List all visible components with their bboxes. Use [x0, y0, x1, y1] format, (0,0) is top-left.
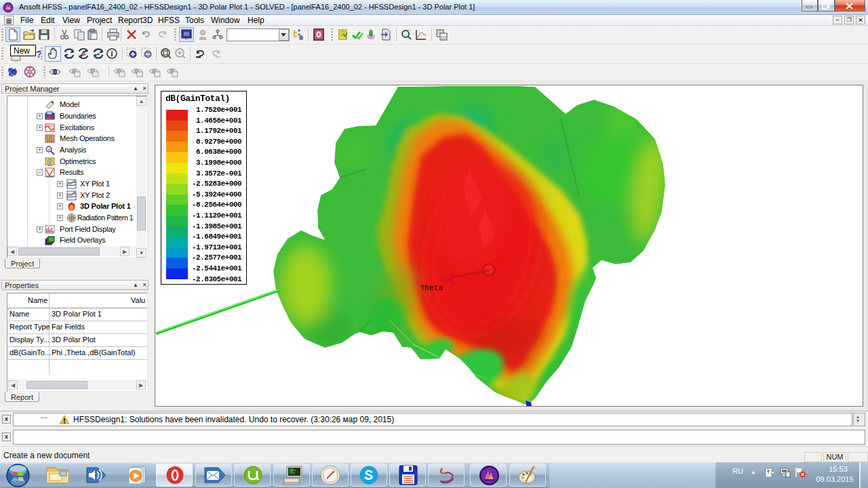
svg-text:Theta: Theta	[420, 284, 443, 292]
